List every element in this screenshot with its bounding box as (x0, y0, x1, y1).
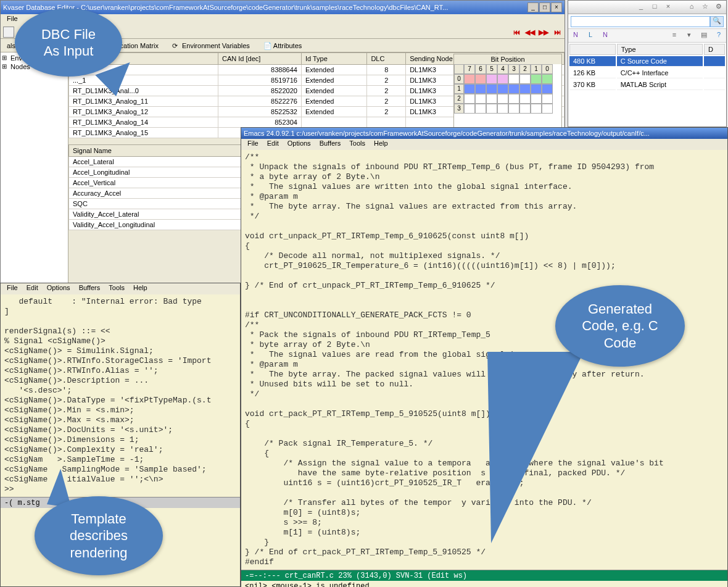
column-header[interactable]: Type (617, 44, 703, 55)
home-icon[interactable]: ⌂ (687, 2, 697, 12)
gear-icon[interactable]: ⚙ (714, 2, 724, 12)
minimize-icon[interactable]: _ (636, 2, 646, 12)
column-header[interactable]: CAN Id [dec] (218, 53, 301, 65)
tab-env-vars[interactable]: ⟳Environment Variables (168, 41, 254, 51)
menu-help[interactable]: Help (130, 283, 151, 294)
close-button[interactable]: × (551, 2, 562, 12)
column-header[interactable]: Id Type (301, 53, 367, 65)
menu-file[interactable]: File (3, 14, 22, 25)
menu-options[interactable]: Options (284, 139, 315, 150)
tree-panel[interactable]: Environm Nodes (1, 52, 68, 283)
menu-options[interactable]: Options (43, 283, 74, 294)
callout-dbc-input: DBC File As Input (15, 9, 122, 77)
emacs-left-code[interactable]: default : "Internal error: Bad type ] re… (1, 294, 240, 497)
env-icon: ⟳ (172, 42, 180, 49)
attr-icon: 📄 (263, 42, 271, 49)
close-icon[interactable]: × (663, 2, 673, 12)
menu-edit[interactable]: Edit (263, 139, 283, 150)
nav-first-icon[interactable]: ⏮ (511, 27, 521, 37)
emacs-right-minibuf: <nil> <mouse-1> is undefined (241, 581, 727, 587)
emacs-right-titlebar[interactable]: Emacs 24.0.92.1 c:/user/vranken/projects… (241, 128, 727, 139)
nav-next-icon[interactable]: ▶▶ (539, 27, 548, 37)
explorer-window: _ □ × ⌂ ☆ ⚙ 🔍 N L N ≡ ▾ ▤ ? TypeD 480 KB… (568, 0, 727, 127)
column-header[interactable]: DLC (367, 53, 406, 65)
menu-tools[interactable]: Tools (105, 283, 128, 294)
bitpos-title: Bit Position (454, 54, 561, 64)
maximize-button[interactable]: □ (539, 2, 550, 12)
emacs-left-menu: FileEditOptionsBuffersToolsHelp (1, 283, 240, 294)
menu-file[interactable]: File (244, 139, 262, 150)
tab-attributes[interactable]: 📄Attributes (260, 41, 305, 51)
explorer-titlebar[interactable]: _ □ × ⌂ ☆ ⚙ (568, 1, 726, 14)
nav-prev-icon[interactable]: ◀◀ (525, 27, 535, 37)
bit-position-panel: Bit Position 765432100123 (453, 54, 562, 134)
menu-tools[interactable]: Tools (345, 139, 369, 150)
minimize-button[interactable]: _ (527, 2, 539, 12)
emacs-right-title: Emacs 24.0.92.1 c:/user/vranken/projects… (244, 130, 650, 137)
l-icon[interactable]: L (585, 31, 595, 41)
menu-buffers[interactable]: Buffers (75, 283, 104, 294)
column-header[interactable] (569, 44, 616, 55)
menu-buffers[interactable]: Buffers (316, 139, 345, 150)
search-button[interactable]: 🔍 (710, 16, 724, 27)
search-input[interactable] (571, 16, 710, 27)
explorer-view-toolbar: N L N ≡ ▾ ▤ ? (568, 29, 726, 43)
callout-template: Template describes rendering (35, 496, 163, 575)
column-header[interactable]: D (704, 44, 725, 55)
maximize-icon[interactable]: □ (650, 2, 660, 12)
file-row[interactable]: 370 KBMATLAB Script (569, 80, 725, 90)
menu-file[interactable]: File (3, 283, 22, 294)
chevron-down-icon[interactable]: ▾ (684, 31, 694, 41)
callout-tail-3 (487, 352, 584, 543)
tool-icon[interactable] (3, 27, 14, 38)
view-list-icon[interactable]: ≡ (669, 31, 679, 41)
explorer-search-row: 🔍 (568, 14, 726, 29)
menu-edit[interactable]: Edit (23, 283, 42, 294)
file-list[interactable]: TypeD 480 KBC Source Code126 KBC/C++ Int… (568, 43, 726, 91)
callout-generated-code: Generated Code, e.g. C Code (555, 285, 685, 367)
file-row[interactable]: 480 KBC Source Code (569, 56, 725, 67)
nav-last-icon[interactable]: ⏭ (552, 27, 562, 37)
n-icon-1[interactable]: N (571, 31, 581, 41)
preview-pane-icon[interactable]: ▤ (699, 31, 709, 41)
emacs-right-modeline: -=--:--- crt_canRT.c 23% (3143,0) SVN-31… (241, 570, 727, 581)
n-icon-2[interactable]: N (600, 31, 610, 41)
star-icon[interactable]: ☆ (700, 2, 710, 12)
menu-help[interactable]: Help (370, 139, 392, 150)
file-row[interactable]: 126 KBC/C++ Interface (569, 68, 725, 78)
help-icon[interactable]: ? (714, 31, 724, 41)
emacs-right-menu: FileEditOptionsBuffersToolsHelp (241, 139, 727, 150)
